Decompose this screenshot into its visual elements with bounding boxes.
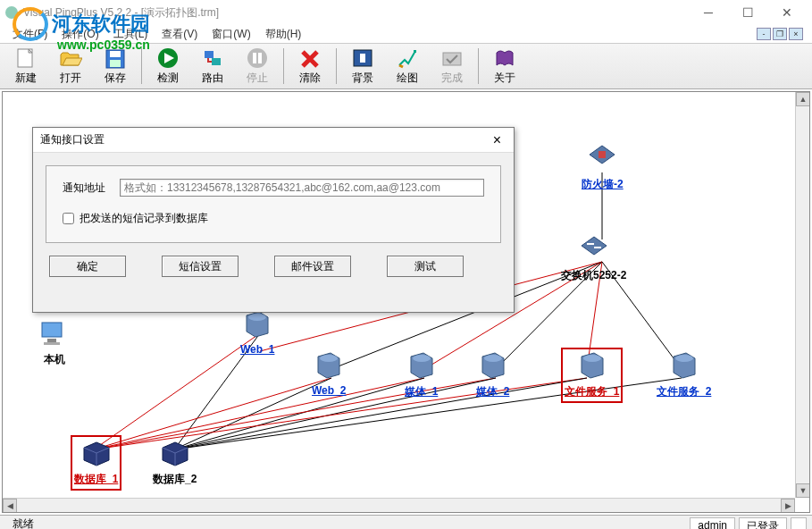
node-db1[interactable]: 数据库_1: [71, 435, 121, 491]
toolbar-background[interactable]: 背景: [340, 45, 385, 88]
scroll-left-icon[interactable]: ◀: [3, 499, 17, 513]
node-local[interactable]: 本机: [38, 319, 71, 367]
dialog-titlebar[interactable]: 通知接口设置 ×: [33, 128, 514, 153]
node-local-label: 本机: [38, 352, 71, 367]
maximize-button[interactable]: ☐: [728, 0, 767, 25]
computer-icon: [38, 319, 71, 349]
toolbar-new[interactable]: 新建: [4, 45, 48, 88]
node-switch[interactable]: 交换机5252-2: [561, 235, 626, 283]
svg-rect-11: [360, 54, 365, 63]
node-firewall[interactable]: 防火墙-2: [582, 144, 624, 192]
mail-settings-button[interactable]: 邮件设置: [274, 256, 351, 277]
close-button[interactable]: ✕: [767, 0, 807, 25]
route-icon: [201, 47, 224, 69]
server-icon: [313, 351, 345, 382]
node-web2[interactable]: Web_2: [312, 351, 346, 397]
server-icon: [406, 351, 438, 382]
scroll-down-icon[interactable]: ▼: [796, 483, 810, 498]
node-media1[interactable]: 媒体_1: [405, 351, 438, 399]
finish-icon: [440, 47, 464, 69]
svg-rect-32: [47, 339, 56, 342]
titlebar: Visual PingPlus V5.2.2 - [演示拓扑图.trm] ─ ☐…: [0, 0, 812, 25]
save-icon: [104, 47, 127, 69]
background-icon: [351, 47, 374, 69]
toolbar-detect-label: 检测: [157, 71, 179, 86]
node-file1-label: 文件服务_1: [565, 384, 619, 399]
test-button[interactable]: 测试: [387, 256, 464, 277]
scroll-up-icon[interactable]: ▲: [796, 92, 810, 106]
play-icon: [156, 47, 180, 69]
node-media2-label: 媒体_2: [476, 384, 509, 399]
server-icon: [477, 351, 509, 382]
toolbar-open-label: 打开: [60, 71, 81, 86]
horizontal-scrollbar[interactable]: ◀ ▶: [3, 498, 795, 512]
menu-view[interactable]: 查看(V): [155, 25, 205, 44]
menu-help[interactable]: 帮助(H): [258, 25, 309, 44]
mdi-minimize-button[interactable]: -: [757, 28, 771, 40]
scroll-right-icon[interactable]: ▶: [781, 499, 795, 513]
folder-open-icon: [59, 47, 82, 69]
svg-line-22: [94, 378, 331, 449]
menu-tool[interactable]: 工具(L): [106, 25, 155, 44]
toolbar-route[interactable]: 路由: [190, 45, 235, 88]
database-icon: [159, 439, 191, 469]
save-sms-checkbox[interactable]: [63, 213, 74, 224]
node-firewall-label: 防火墙-2: [582, 177, 624, 192]
toolbar-stop-label: 停止: [247, 71, 268, 86]
node-db1-label: 数据库_1: [74, 472, 118, 487]
new-file-icon: [14, 47, 38, 69]
toolbar-open[interactable]: 打开: [48, 45, 93, 88]
toolbar-detect[interactable]: 检测: [146, 45, 190, 88]
save-sms-label: 把发送的短信记录到数据库: [80, 211, 208, 226]
menu-file[interactable]: 文件(F): [5, 25, 54, 44]
toolbar-draw[interactable]: 绘图: [385, 45, 430, 88]
toolbar-about[interactable]: 关于: [482, 45, 527, 88]
app-icon: [5, 6, 18, 19]
mdi-close-button[interactable]: ×: [789, 28, 803, 40]
svg-rect-33: [44, 342, 60, 345]
svg-rect-8: [253, 53, 256, 63]
menu-window[interactable]: 窗口(W): [205, 25, 257, 44]
mdi-restore-button[interactable]: ❐: [773, 28, 787, 40]
statusbar: 就绪 admin 已登录: [0, 515, 812, 529]
svg-rect-31: [42, 323, 62, 337]
minimize-button[interactable]: ─: [689, 0, 728, 25]
menubar: 文件(F) 操作(O) 工具(L) 查看(V) 窗口(W) 帮助(H) - ❐ …: [0, 25, 812, 43]
window-title: Visual PingPlus V5.2.2 - [演示拓扑图.trm]: [23, 5, 219, 21]
toolbar-save-label: 保存: [105, 71, 126, 86]
svg-point-38: [484, 355, 502, 362]
database-icon: [80, 439, 113, 469]
status-user: admin: [690, 517, 735, 530]
toolbar-about-label: 关于: [494, 71, 515, 86]
svg-rect-9: [258, 53, 262, 63]
sms-settings-button[interactable]: 短信设置: [162, 256, 239, 277]
node-media2[interactable]: 媒体_2: [476, 351, 509, 399]
svg-line-29: [174, 378, 587, 449]
toolbar-route-label: 路由: [202, 71, 223, 86]
svg-point-37: [413, 355, 431, 362]
addr-input[interactable]: [120, 179, 484, 197]
node-file2[interactable]: 文件服务_2: [657, 351, 711, 399]
vertical-scrollbar[interactable]: ▲ ▼: [795, 92, 809, 498]
node-file1[interactable]: 文件服务_1: [561, 348, 623, 403]
svg-rect-34: [599, 151, 606, 158]
toolbar-stop: 停止: [235, 45, 280, 88]
svg-line-23: [174, 378, 331, 449]
node-db2[interactable]: 数据库_2: [153, 439, 197, 487]
menu-operate[interactable]: 操作(O): [54, 25, 105, 44]
svg-line-25: [174, 378, 424, 449]
addr-label: 通知地址: [63, 181, 120, 196]
status-empty: [791, 517, 807, 530]
svg-rect-6: [212, 58, 221, 65]
svg-point-7: [247, 48, 267, 68]
toolbar-save[interactable]: 保存: [93, 45, 138, 88]
node-web1[interactable]: Web_1: [240, 310, 274, 356]
clear-icon: [298, 47, 322, 69]
svg-line-20: [94, 333, 260, 449]
dialog-close-button[interactable]: ×: [488, 132, 506, 148]
ok-button[interactable]: 确定: [49, 256, 126, 277]
toolbar-clear[interactable]: 清除: [288, 45, 332, 88]
toolbar-new-label: 新建: [15, 71, 37, 86]
toolbar-background-label: 背景: [352, 71, 373, 86]
toolbar-draw-label: 绘图: [397, 71, 418, 86]
